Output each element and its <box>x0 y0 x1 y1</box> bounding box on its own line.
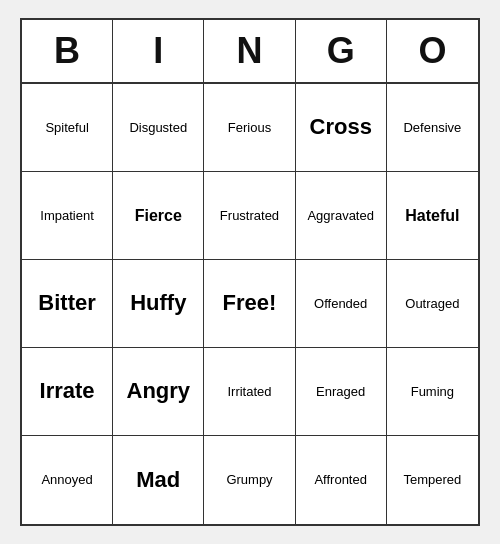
cell-text-4-1: Mad <box>136 467 180 493</box>
bingo-cell-4-4[interactable]: Tempered <box>387 436 478 524</box>
bingo-header: BINGO <box>22 20 478 84</box>
cell-text-3-2: Irritated <box>227 384 271 400</box>
bingo-cell-0-2[interactable]: Ferious <box>204 84 295 172</box>
cell-text-1-2: Frustrated <box>220 208 279 224</box>
cell-text-1-1: Fierce <box>135 206 182 225</box>
bingo-cell-3-1[interactable]: Angry <box>113 348 204 436</box>
cell-text-4-0: Annoyed <box>41 472 92 488</box>
bingo-cell-1-0[interactable]: Impatient <box>22 172 113 260</box>
bingo-cell-4-1[interactable]: Mad <box>113 436 204 524</box>
header-letter-o: O <box>387 20 478 82</box>
cell-text-0-3: Cross <box>310 114 372 140</box>
bingo-cell-1-1[interactable]: Fierce <box>113 172 204 260</box>
cell-text-3-0: Irrate <box>40 378 95 404</box>
bingo-cell-0-3[interactable]: Cross <box>296 84 387 172</box>
bingo-cell-4-0[interactable]: Annoyed <box>22 436 113 524</box>
cell-text-0-0: Spiteful <box>45 120 88 136</box>
bingo-cell-0-1[interactable]: Disgusted <box>113 84 204 172</box>
cell-text-2-4: Outraged <box>405 296 459 312</box>
header-letter-i: I <box>113 20 204 82</box>
bingo-cell-4-2[interactable]: Grumpy <box>204 436 295 524</box>
cell-text-4-3: Affronted <box>314 472 367 488</box>
bingo-cell-1-3[interactable]: Aggravated <box>296 172 387 260</box>
bingo-cell-0-4[interactable]: Defensive <box>387 84 478 172</box>
cell-text-4-2: Grumpy <box>226 472 272 488</box>
bingo-cell-2-0[interactable]: Bitter <box>22 260 113 348</box>
cell-text-2-2: Free! <box>223 290 277 316</box>
header-letter-b: B <box>22 20 113 82</box>
bingo-cell-3-2[interactable]: Irritated <box>204 348 295 436</box>
cell-text-2-0: Bitter <box>38 290 95 316</box>
bingo-cell-3-0[interactable]: Irrate <box>22 348 113 436</box>
bingo-cell-0-0[interactable]: Spiteful <box>22 84 113 172</box>
cell-text-1-4: Hateful <box>405 206 459 225</box>
cell-text-2-1: Huffy <box>130 290 186 316</box>
cell-text-3-4: Fuming <box>411 384 454 400</box>
cell-text-1-3: Aggravated <box>307 208 374 224</box>
cell-text-4-4: Tempered <box>403 472 461 488</box>
bingo-cell-2-1[interactable]: Huffy <box>113 260 204 348</box>
header-letter-n: N <box>204 20 295 82</box>
bingo-cell-1-2[interactable]: Frustrated <box>204 172 295 260</box>
cell-text-3-3: Enraged <box>316 384 365 400</box>
bingo-cell-3-3[interactable]: Enraged <box>296 348 387 436</box>
cell-text-2-3: Offended <box>314 296 367 312</box>
bingo-grid: SpitefulDisgustedFeriousCrossDefensiveIm… <box>22 84 478 524</box>
bingo-cell-2-4[interactable]: Outraged <box>387 260 478 348</box>
cell-text-0-1: Disgusted <box>129 120 187 136</box>
bingo-cell-2-3[interactable]: Offended <box>296 260 387 348</box>
bingo-card: BINGO SpitefulDisgustedFeriousCrossDefen… <box>20 18 480 526</box>
bingo-cell-4-3[interactable]: Affronted <box>296 436 387 524</box>
bingo-cell-1-4[interactable]: Hateful <box>387 172 478 260</box>
bingo-cell-3-4[interactable]: Fuming <box>387 348 478 436</box>
cell-text-1-0: Impatient <box>40 208 93 224</box>
cell-text-0-4: Defensive <box>403 120 461 136</box>
cell-text-3-1: Angry <box>127 378 191 404</box>
cell-text-0-2: Ferious <box>228 120 271 136</box>
bingo-cell-2-2[interactable]: Free! <box>204 260 295 348</box>
header-letter-g: G <box>296 20 387 82</box>
